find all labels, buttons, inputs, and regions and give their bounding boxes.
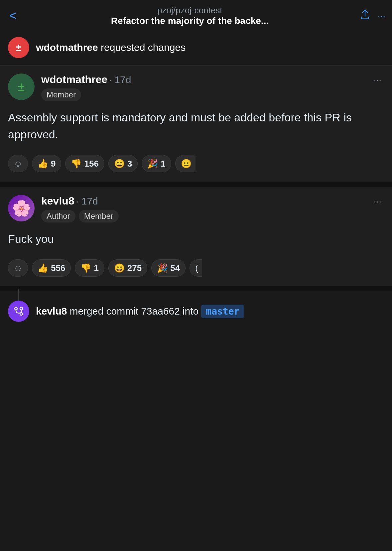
reaction-thumbsdown-2[interactable]: 👎 1 [75, 259, 104, 277]
merged-text: kevlu8 merged commit 73aa662 into master [36, 305, 244, 318]
merged-commit: 73aa662 [141, 306, 180, 317]
merged-username: kevlu8 [36, 306, 67, 317]
add-reaction-button-2[interactable]: ☺ [8, 259, 28, 277]
merged-into: into [183, 306, 198, 317]
vertical-line-merged [18, 289, 19, 301]
comment-body-1: Assembly support is mandatory and must b… [0, 106, 392, 151]
badge-author: Author [41, 210, 75, 222]
comment-header-1: ± wdotmathree · 17d Member ··· [0, 66, 392, 106]
thumbsup-count-2: 556 [51, 263, 65, 273]
changes-avatar: ± [8, 37, 29, 58]
thumbsup-emoji-2: 👍 [38, 263, 48, 273]
comment-more-2[interactable]: ··· [371, 195, 384, 208]
avatar-kevlu8: 🌸 [8, 195, 35, 221]
requested-changes-banner: ± wdotmathree requested changes [0, 30, 392, 65]
reaction-laugh-1[interactable]: 😄 3 [108, 155, 138, 172]
laugh-count-2: 275 [127, 263, 142, 273]
more-icon[interactable]: ··· [378, 11, 385, 21]
laugh-count-1: 3 [127, 159, 132, 169]
changes-username: wdotmathree [36, 42, 98, 53]
reaction-thumbsup-1[interactable]: 👍 9 [32, 155, 61, 172]
thumbsdown-emoji-1: 👎 [71, 159, 81, 169]
comment-header-2: 🌸 kevlu8 · 17d Author Member ··· [0, 187, 392, 228]
party-emoji-1: 🎉 [147, 159, 158, 169]
comment-body-2: Fuck you [0, 228, 392, 255]
comment-wdotmathree: ± wdotmathree · 17d Member ··· Assembly … [0, 66, 392, 184]
share-icon[interactable] [360, 9, 370, 22]
comment-username-row-2: kevlu8 · 17d [41, 195, 364, 207]
merged-avatar [8, 301, 29, 322]
merged-section: kevlu8 merged commit 73aa662 into master [0, 291, 392, 331]
badges-1: Member [41, 88, 364, 101]
reactions-1: ☺ 👍 9 👎 156 😄 3 🎉 1 😐 [0, 151, 392, 182]
badges-2: Author Member [41, 210, 364, 222]
comment-username-1: wdotmathree [41, 73, 107, 85]
reaction-thumbsup-2[interactable]: 👍 556 [32, 259, 71, 277]
thumbsup-emoji-1: 👍 [38, 159, 48, 169]
comment-time-1: · 17d [109, 74, 131, 85]
changes-text: wdotmathree requested changes [36, 42, 186, 53]
confused-emoji-1: 😐 [181, 159, 192, 169]
reactions-2: ☺ 👍 556 👎 1 😄 275 🎉 54 ( [0, 255, 392, 286]
merged-avatar-wrapper [8, 301, 29, 322]
merge-icon [13, 306, 24, 317]
nav-actions: ··· [360, 9, 385, 22]
comment-time-2: · 17d [76, 196, 98, 207]
thumbsdown-emoji-2: 👎 [80, 263, 91, 273]
thumbsdown-count-1: 156 [84, 159, 98, 169]
add-reaction-button-1[interactable]: ☺ [8, 155, 28, 172]
anime-face-icon: 🌸 [12, 199, 31, 217]
reaction-confused-1[interactable]: 😐 [175, 155, 196, 172]
comment-meta-2: kevlu8 · 17d Author Member [41, 195, 364, 222]
laugh-emoji-1: 😄 [114, 159, 125, 169]
comment-username-2: kevlu8 [41, 195, 74, 207]
merged-action: merged commit [69, 306, 138, 317]
reaction-party-1[interactable]: 🎉 1 [142, 155, 171, 172]
avatar-wdotmathree: ± [8, 73, 35, 100]
comment-more-1[interactable]: ··· [371, 73, 384, 87]
badge-member-2: Member [79, 210, 119, 222]
section-divider-1 [0, 184, 392, 187]
comment-username-row: wdotmathree · 17d [41, 73, 364, 86]
section-divider-2 [0, 289, 392, 291]
nav-bar: < pzoj/pzoj-contest Refactor the majorit… [0, 0, 392, 30]
party-count-2: 54 [170, 263, 180, 273]
thumbsdown-count-2: 1 [94, 263, 98, 273]
merged-branch: master [201, 305, 244, 318]
nav-repo: pzoj/pzoj-contest [19, 5, 360, 16]
reaction-party-2[interactable]: 🎉 54 [151, 259, 186, 277]
nav-title: Refactor the majority of the backe... [111, 16, 269, 26]
thumbsup-count-1: 9 [51, 159, 56, 169]
back-button[interactable]: < [7, 6, 19, 26]
changes-action: requested changes [101, 42, 186, 53]
wdot-plus-icon: ± [18, 80, 25, 94]
reaction-partial-2[interactable]: ( [190, 259, 202, 277]
partial-emoji-2: ( [195, 263, 198, 273]
party-count-1: 1 [161, 159, 165, 169]
nav-center: pzoj/pzoj-contest Refactor the majority … [19, 5, 360, 26]
party-emoji-2: 🎉 [157, 263, 168, 273]
badge-member-1: Member [41, 88, 81, 101]
comment-kevlu8: 🌸 kevlu8 · 17d Author Member ··· Fuck yo… [0, 187, 392, 289]
comment-meta-1: wdotmathree · 17d Member [41, 73, 364, 101]
reaction-laugh-2[interactable]: 😄 275 [108, 259, 147, 277]
laugh-emoji-2: 😄 [114, 263, 125, 273]
reaction-thumbsdown-1[interactable]: 👎 156 [65, 155, 104, 172]
